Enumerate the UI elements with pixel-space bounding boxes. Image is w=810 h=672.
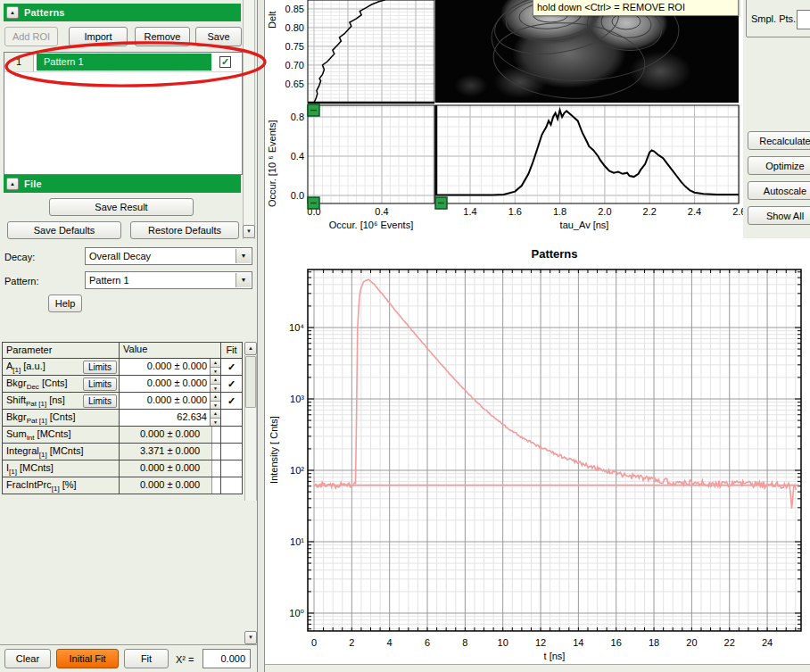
clear-button[interactable]: Clear <box>4 649 51 668</box>
pattern-list-item[interactable]: 1 Pattern 1 ✓ <box>4 53 242 72</box>
limits-button[interactable]: Limits <box>83 361 117 374</box>
x-tick-label: 4 <box>387 637 393 648</box>
fit-checkbox[interactable] <box>220 460 242 477</box>
panel-scroll-down-icon[interactable]: ▼ <box>244 631 257 644</box>
spin-down-icon[interactable]: ▼ <box>211 419 220 427</box>
value-spinner[interactable]: ▲▼ <box>210 410 220 426</box>
parameter-row: BkgrPat [1] [Cnts] 62.634▲▼ <box>3 409 242 426</box>
remove-button[interactable]: Remove <box>135 27 190 46</box>
application-window: ▲ Patterns Add ROI Import Remove Save 1 … <box>0 0 810 672</box>
spin-up-icon[interactable]: ▲ <box>211 359 220 368</box>
x-tick-label: 22 <box>724 637 735 648</box>
parameter-value-input[interactable]: 0.000 ± 0.000 <box>120 359 220 375</box>
limits-button[interactable]: Limits <box>83 394 117 408</box>
sample-points-input[interactable] <box>797 10 810 29</box>
fit-checkbox[interactable]: ✓ <box>220 359 242 375</box>
autoscale-button[interactable]: Autoscale <box>748 181 810 200</box>
add-roi-button[interactable]: Add ROI <box>4 27 58 46</box>
spin-up-icon[interactable]: ▲ <box>211 393 220 402</box>
collapse-patterns-icon[interactable]: ▲ <box>6 6 19 19</box>
table-scrollbar[interactable] <box>244 355 257 501</box>
parameter-unit: [ns] <box>46 394 65 405</box>
chevron-down-icon[interactable]: ▼ <box>236 273 251 287</box>
parameter-value-input[interactable]: 0.000 ± 0.000 <box>120 393 220 409</box>
pattern-name[interactable]: Pattern 1 <box>37 54 211 71</box>
help-button[interactable]: Help <box>48 295 82 312</box>
value-spinner[interactable]: ▲▼ <box>210 393 220 409</box>
tau-tick-label: 1.4 <box>463 206 476 217</box>
restore-defaults-button[interactable]: Restore Defaults <box>130 221 239 239</box>
fit-button[interactable]: Fit <box>124 649 169 668</box>
decay-label: Decay: <box>4 252 35 262</box>
parameter-unit: [MCnts] <box>17 462 54 473</box>
fit-checkbox[interactable] <box>220 427 242 443</box>
x-tick-label: 0 <box>311 637 317 648</box>
collapse-file-icon[interactable]: ▲ <box>6 178 19 190</box>
patterns-decay-plot[interactable]: Patterns10⁰10¹10²10³10⁴02468101214161820… <box>265 238 810 665</box>
parameter-unit: [MCnts] <box>47 445 84 456</box>
chevron-down-icon[interactable]: ▼ <box>236 249 251 263</box>
parameter-unit: [MCnts] <box>35 428 71 439</box>
value-spinner[interactable]: ▲▼ <box>210 359 220 375</box>
marginal-plots-svg[interactable]: 0.850.800.750.700.65Delt0.80.40.00.00.4O… <box>265 0 743 238</box>
x-tick-label: 2 <box>349 637 354 648</box>
fit-checkbox[interactable]: ✓ <box>220 393 242 409</box>
y-tick-label: 10⁴ <box>289 322 304 333</box>
tau-tick-label: 1.6 <box>508 206 522 217</box>
limits-button[interactable]: Limits <box>83 377 117 391</box>
x-tick-label: 18 <box>649 637 659 648</box>
show-all-button[interactable]: Show All <box>748 206 810 225</box>
value-spinner[interactable]: ▲▼ <box>210 376 220 392</box>
save-button[interactable]: Save <box>195 27 242 46</box>
parameter-subscript: [1] <box>39 451 47 459</box>
pattern-checkbox[interactable]: ✓ <box>219 56 231 68</box>
spin-down-icon[interactable]: ▼ <box>211 402 220 410</box>
x-tick-label: 10 <box>498 637 508 648</box>
parameter-name: Bkgr <box>6 377 27 388</box>
fit-checkbox[interactable] <box>220 410 242 426</box>
fit-checkbox[interactable]: ✓ <box>220 376 242 392</box>
y-tick-label: 10¹ <box>290 536 304 547</box>
parameter-row: FracIntPrc[1] [%] 0.000 ± 0.000 <box>3 477 242 494</box>
parameter-value-input[interactable]: 0.000 ± 0.000 <box>120 376 220 392</box>
x-tick-label: 14 <box>573 637 583 648</box>
sample-points-label: Smpl. Pts.: <box>751 13 798 24</box>
column-header: Fit <box>220 343 242 358</box>
save-result-button[interactable]: Save Result <box>49 198 194 216</box>
parameter-name: Bkgr <box>6 411 27 422</box>
recalculate-button[interactable]: Recalculate <box>748 131 810 150</box>
decay-dropdown[interactable]: Overall Decay ▼ <box>85 247 252 265</box>
patterns-list: 1 Pattern 1 ✓ <box>4 52 243 175</box>
scroll-down-icon[interactable]: ▼ <box>243 225 255 238</box>
patterns-plot-svg[interactable]: Patterns10⁰10¹10²10³10⁴02468101214161820… <box>265 238 810 665</box>
fit-checkbox[interactable] <box>220 477 242 494</box>
delta-axis-label: Delt <box>267 11 277 29</box>
spin-down-icon[interactable]: ▼ <box>211 368 220 376</box>
table-scroll-up-icon[interactable]: ▲ <box>244 342 257 355</box>
fit-checkbox[interactable] <box>220 444 242 460</box>
panel-scrollbar[interactable] <box>243 0 255 239</box>
file-section-header: ▲ File <box>4 175 241 193</box>
parameter-row: BkgrDec [Cnts] Limits 0.000 ± 0.000▲▼ ✓ <box>3 375 242 392</box>
parameter-subscript: [1] <box>52 485 60 493</box>
pattern-dropdown[interactable]: Pattern 1 ▼ <box>85 271 252 289</box>
chi-squared-label: X² = <box>176 654 194 665</box>
bottom-strip <box>265 664 810 672</box>
save-defaults-button[interactable]: Save Defaults <box>7 221 121 239</box>
x-tick-label: 8 <box>462 637 467 648</box>
parameter-subscript: [1] <box>12 366 21 374</box>
initial-fit-button[interactable]: Initial Fit <box>56 649 119 668</box>
left-panel: ▲ Patterns Add ROI Import Remove Save 1 … <box>0 0 257 672</box>
spin-up-icon[interactable]: ▲ <box>211 410 220 419</box>
occur-tick-label: 0.4 <box>291 151 304 162</box>
parameter-name: FracIntPrc <box>6 479 52 490</box>
panel-splitter[interactable] <box>257 0 265 672</box>
tau-tick-label: 2.2 <box>643 206 657 217</box>
table-scroll-thumb[interactable] <box>245 356 256 408</box>
parameter-value-input[interactable]: 62.634 <box>120 410 220 426</box>
patterns-section-title: Patterns <box>24 7 65 18</box>
spin-up-icon[interactable]: ▲ <box>211 376 220 385</box>
import-button[interactable]: Import <box>69 27 128 46</box>
optimize-button[interactable]: Optimize <box>748 156 810 175</box>
spin-down-icon[interactable]: ▼ <box>211 385 220 393</box>
